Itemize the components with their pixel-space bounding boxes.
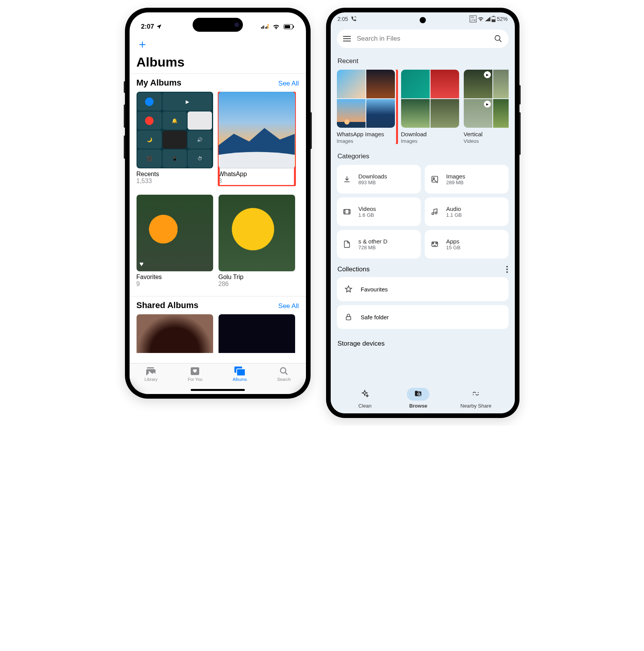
status-time: 2:07 — [141, 23, 154, 31]
shared-album-thumb[interactable] — [137, 314, 213, 353]
signal-icon — [485, 17, 490, 21]
tab-for-you[interactable]: For You — [188, 367, 202, 382]
recent-type: Images — [401, 138, 459, 144]
for-you-icon — [190, 367, 200, 376]
tab-label: For You — [188, 377, 202, 382]
status-time: 2:05 — [338, 16, 348, 22]
search-icon — [279, 367, 289, 376]
svg-rect-14 — [237, 369, 245, 376]
play-icon: ▶ — [484, 71, 491, 78]
recent-vertical[interactable]: ▶ ▶ ▶ ▶ Vertical Videos — [464, 70, 509, 144]
cat-size: 15 GB — [446, 245, 461, 250]
image-icon — [431, 175, 439, 183]
svg-point-35 — [506, 271, 508, 273]
volume-down-button — [124, 135, 125, 159]
cat-name: Images — [446, 173, 465, 180]
front-camera — [234, 22, 239, 27]
svg-point-34 — [506, 269, 508, 270]
album-name: WhatsApp — [219, 171, 295, 178]
category-videos[interactable]: Videos1.6 GB — [337, 197, 421, 226]
shared-albums-row — [137, 314, 299, 353]
apps-icon — [431, 240, 439, 248]
tab-albums[interactable]: Albums — [233, 367, 247, 382]
recent-name: Download — [401, 131, 459, 137]
status-right: VoLTE 52% — [470, 15, 507, 22]
recent-whatsapp-images[interactable]: WhatsApp Images Images — [337, 70, 395, 144]
tab-label: Library — [145, 377, 158, 382]
tab-nearby-share[interactable]: Nearby Share — [460, 388, 491, 409]
tab-clean[interactable]: Clean — [354, 388, 376, 409]
dynamic-island — [193, 18, 243, 32]
collection-label: Favourites — [361, 286, 388, 293]
album-name: Golu Trip — [219, 274, 295, 281]
tab-browse[interactable]: Browse — [407, 388, 429, 409]
recent-title: Recent — [338, 57, 508, 65]
battery-percent: 52% — [497, 16, 507, 22]
category-downloads[interactable]: Downloads893 MB — [337, 165, 421, 194]
svg-rect-19 — [492, 19, 495, 22]
more-icon[interactable] — [506, 266, 508, 273]
album-recents[interactable]: ▶ 🔔 🌙🔊 ⬛📱⏱ Recents 1,533 — [137, 92, 213, 186]
library-icon — [145, 367, 156, 376]
category-documents[interactable]: s & other D728 MB — [337, 230, 421, 259]
front-camera — [420, 17, 426, 23]
battery-icon — [284, 24, 294, 29]
album-count: 9 — [137, 281, 213, 288]
page-title: Albums — [137, 55, 299, 70]
recent-thumbnail — [401, 70, 459, 128]
iphone-device-frame: 2:07 ＋ Albums My Albums See All ▶ — [125, 8, 311, 399]
add-album-button[interactable]: ＋ — [137, 36, 148, 52]
album-thumbnail — [219, 92, 295, 168]
tab-label: Browse — [409, 403, 427, 409]
wifi-icon — [478, 17, 484, 21]
dual-sim-icon — [261, 24, 269, 29]
see-all-link[interactable]: See All — [278, 80, 299, 87]
volume-button — [519, 112, 521, 155]
shared-album-thumb[interactable] — [219, 314, 295, 353]
menu-icon[interactable] — [343, 36, 351, 42]
search-icon[interactable] — [494, 34, 502, 43]
album-whatsapp[interactable]: WhatsApp 8 — [219, 92, 295, 186]
svg-rect-0 — [261, 27, 262, 29]
bottom-nav: Clean Browse Nearby Share — [331, 383, 515, 413]
volume-up-button — [124, 105, 125, 128]
album-thumbnail — [219, 195, 295, 271]
recent-download[interactable]: Download Images — [401, 70, 459, 144]
wifi-icon — [273, 24, 280, 29]
album-golu-trip[interactable]: Golu Trip 286 — [219, 195, 295, 288]
section-title: My Albums — [137, 78, 182, 88]
search-input[interactable] — [357, 35, 488, 43]
album-count: 1,533 — [137, 178, 213, 185]
home-indicator[interactable] — [191, 389, 245, 391]
albums-icon — [234, 367, 245, 376]
recent-row: WhatsApp Images Images Download Images ▶… — [337, 70, 509, 144]
collection-favourites[interactable]: Favourites — [337, 277, 509, 301]
svg-point-33 — [506, 266, 508, 267]
audio-icon — [431, 208, 439, 216]
see-all-link[interactable]: See All — [278, 302, 299, 310]
category-apps[interactable]: Apps15 GB — [425, 230, 509, 259]
battery-icon — [492, 16, 495, 22]
cat-name: Audio — [446, 206, 462, 212]
categories-title: Categories — [338, 152, 508, 160]
svg-point-31 — [436, 243, 437, 244]
collection-label: Safe folder — [361, 314, 389, 320]
album-favorites[interactable]: ♥ Favorites 9 — [137, 195, 213, 288]
svg-rect-9 — [147, 367, 154, 368]
svg-point-15 — [280, 368, 286, 373]
category-audio[interactable]: Audio1.1 GB — [425, 197, 509, 226]
album-thumbnail: ♥ — [137, 195, 213, 271]
search-bar[interactable] — [337, 29, 509, 48]
call-wifi-icon — [350, 16, 357, 22]
download-icon — [343, 175, 352, 183]
recent-thumbnail — [337, 70, 395, 128]
tab-search[interactable]: Search — [277, 367, 291, 382]
folder-search-icon — [414, 389, 422, 398]
album-name: Favorites — [137, 274, 213, 281]
category-images[interactable]: Images289 MB — [425, 165, 509, 194]
status-time-group: 2:07 — [141, 23, 162, 31]
collection-safe-folder[interactable]: Safe folder — [337, 305, 509, 329]
albums-row-2: ♥ Favorites 9 Golu Trip 286 W 1 — [137, 195, 299, 288]
tab-library[interactable]: Library — [145, 367, 158, 382]
collections-header: Collections — [338, 266, 508, 273]
